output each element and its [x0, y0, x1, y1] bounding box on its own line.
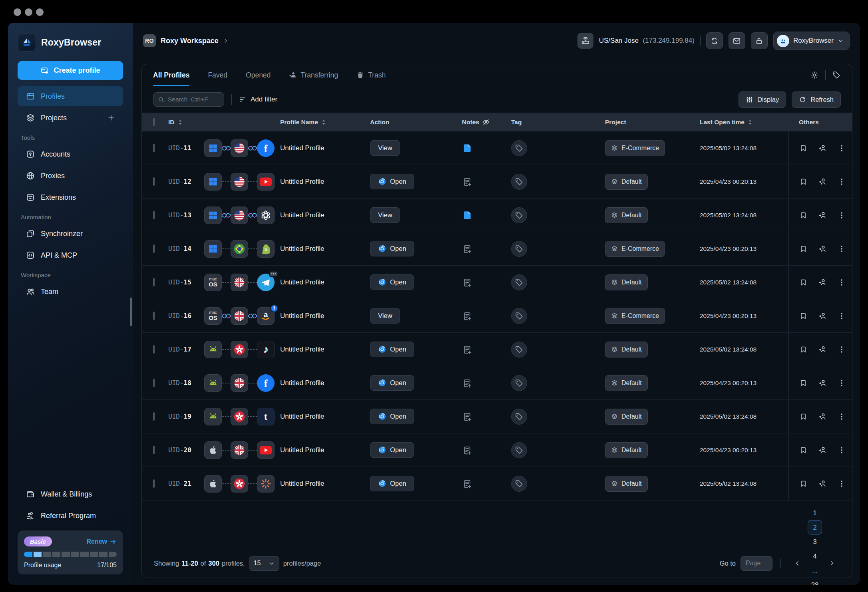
transfer-profile-button[interactable]	[818, 244, 827, 253]
project-chip[interactable]: E-Commerce	[605, 308, 665, 324]
bookmark-button[interactable]	[799, 446, 807, 454]
open-profile-button[interactable]: Open	[370, 476, 414, 491]
project-chip[interactable]: E-Commerce	[605, 241, 665, 257]
note-icon[interactable]	[462, 143, 472, 153]
sort-icon[interactable]	[321, 119, 326, 125]
open-profile-button[interactable]: Open	[370, 375, 414, 391]
window-dot[interactable]	[36, 8, 44, 16]
bookmark-button[interactable]	[799, 245, 807, 253]
sidebar-item-profiles[interactable]: Profiles	[18, 86, 123, 106]
bookmark-button[interactable]	[799, 312, 807, 320]
add-note-button[interactable]	[462, 244, 472, 254]
page-button-1[interactable]: 1	[808, 506, 822, 520]
prev-page-button[interactable]	[789, 560, 806, 567]
bookmark-button[interactable]	[799, 211, 807, 219]
row-checkbox[interactable]	[153, 412, 155, 421]
tab-all-profiles[interactable]: All Profiles	[153, 64, 189, 86]
sync-button[interactable]	[706, 32, 723, 49]
bookmark-button[interactable]	[799, 346, 807, 354]
project-chip[interactable]: Default	[605, 207, 648, 223]
add-tag-button[interactable]	[511, 342, 527, 358]
sidebar-item-wallet-billings[interactable]: Wallet & Billings	[18, 484, 123, 504]
transfer-profile-button[interactable]	[818, 177, 827, 186]
project-chip[interactable]: Default	[605, 375, 648, 391]
row-checkbox[interactable]	[153, 211, 155, 219]
sidebar-item-api-mcp[interactable]: API & MCP	[18, 245, 123, 265]
more-menu-button[interactable]	[838, 413, 845, 421]
bookmark-button[interactable]	[799, 480, 807, 488]
add-note-button[interactable]	[462, 479, 472, 489]
project-chip[interactable]: E-Commerce	[605, 140, 665, 156]
note-icon[interactable]	[462, 210, 472, 221]
project-chip[interactable]: Default	[605, 174, 648, 190]
account-menu[interactable]: RoxyBrowser	[773, 32, 850, 50]
tab-faved[interactable]: Faved	[208, 64, 227, 86]
open-profile-button[interactable]: Open	[370, 342, 414, 357]
more-menu-button[interactable]	[838, 346, 845, 354]
window-dot[interactable]	[25, 8, 32, 16]
transfer-profile-button[interactable]	[818, 144, 827, 152]
refresh-button[interactable]: Refresh	[792, 91, 841, 108]
goto-page-input[interactable]	[741, 556, 772, 571]
table-row[interactable]: UID-13 Untitled Profile View Default 202…	[142, 199, 852, 232]
more-menu-button[interactable]	[838, 379, 845, 387]
row-checkbox[interactable]	[153, 345, 155, 354]
add-note-button[interactable]	[462, 277, 472, 288]
table-row[interactable]: UID-16 macOSaf Untitled Profile View E-C…	[142, 299, 852, 333]
settings-gear-icon[interactable]	[810, 71, 819, 79]
table-row[interactable]: UID-18 f Untitled Profile Open Default 2…	[142, 366, 852, 400]
bookmark-button[interactable]	[799, 278, 807, 286]
open-profile-button[interactable]: Open	[370, 409, 414, 424]
table-row[interactable]: UID-11 f Untitled Profile View E-Commerc…	[142, 131, 852, 165]
add-project-button[interactable]	[107, 114, 115, 122]
sidebar-item-extensions[interactable]: Extensions	[18, 187, 123, 207]
next-page-button[interactable]	[824, 560, 840, 566]
add-note-button[interactable]	[462, 177, 472, 187]
add-tag-button[interactable]	[511, 140, 527, 156]
add-tag-button[interactable]	[511, 442, 527, 458]
open-profile-button[interactable]: Open	[370, 174, 414, 189]
row-checkbox[interactable]	[153, 312, 155, 320]
sidebar-item-team[interactable]: Team	[18, 282, 123, 302]
sidebar-item-accounts[interactable]: Accounts	[18, 144, 123, 164]
open-profile-button[interactable]: Open	[370, 241, 414, 256]
bookmark-button[interactable]	[799, 413, 807, 421]
add-tag-button[interactable]	[511, 409, 527, 425]
transfer-profile-button[interactable]	[818, 379, 827, 387]
bookmark-button[interactable]	[799, 178, 807, 186]
window-controls[interactable]	[14, 8, 44, 16]
table-row[interactable]: UID-19 t Untitled Profile Open Default 2…	[142, 400, 852, 433]
tab-transferring[interactable]: Transferring	[289, 64, 338, 86]
row-checkbox[interactable]	[153, 379, 155, 387]
page-button-28[interactable]: 28	[808, 578, 822, 585]
transfer-profile-button[interactable]	[818, 312, 827, 320]
table-row[interactable]: UID-12 Untitled Profile Open Default 202…	[142, 165, 852, 199]
more-menu-button[interactable]	[838, 245, 845, 253]
more-menu-button[interactable]	[838, 312, 845, 320]
view-profile-button[interactable]: View	[370, 308, 400, 324]
transfer-profile-button[interactable]	[818, 479, 827, 488]
per-page-select[interactable]: 15	[249, 556, 279, 571]
add-filter-button[interactable]: Add filter	[239, 95, 277, 103]
add-note-button[interactable]	[462, 311, 472, 321]
add-tag-button[interactable]	[511, 274, 527, 290]
sidebar-item-proxies[interactable]: Proxies	[18, 166, 123, 186]
project-chip[interactable]: Default	[605, 409, 648, 425]
add-tag-button[interactable]	[511, 174, 527, 190]
transfer-profile-button[interactable]	[818, 446, 827, 454]
eye-off-icon[interactable]	[482, 118, 490, 126]
transfer-profile-button[interactable]	[818, 412, 827, 421]
sidebar-item-synchroinzer[interactable]: Synchroinzer	[18, 224, 123, 244]
add-note-button[interactable]	[462, 344, 472, 355]
add-note-button[interactable]	[462, 411, 472, 422]
row-checkbox[interactable]	[153, 244, 155, 253]
search-input[interactable]	[168, 96, 219, 103]
table-row[interactable]: UID-17 ♪ Untitled Profile Open Default 2…	[142, 333, 852, 366]
row-checkbox[interactable]	[153, 177, 155, 186]
transfer-profile-button[interactable]	[818, 211, 827, 219]
row-checkbox[interactable]	[153, 479, 155, 488]
sort-icon[interactable]	[747, 119, 753, 125]
sort-icon[interactable]	[177, 119, 183, 125]
add-note-button[interactable]	[462, 445, 472, 455]
more-menu-button[interactable]	[838, 178, 845, 186]
